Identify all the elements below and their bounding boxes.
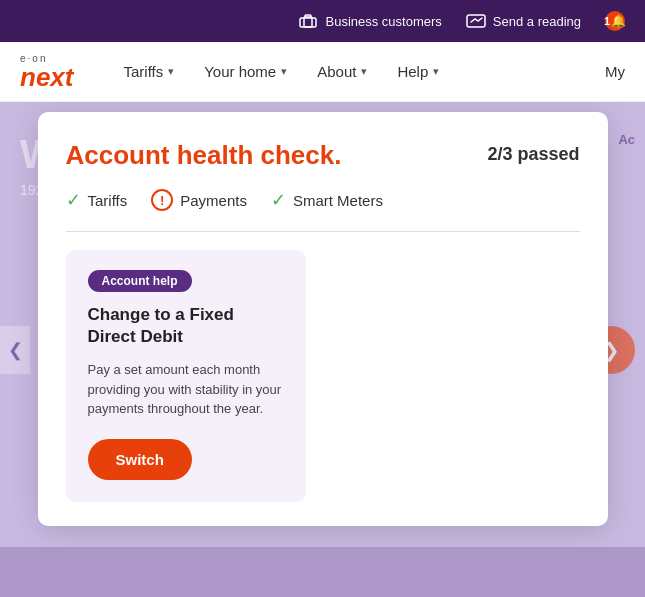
nav-my[interactable]: My <box>605 63 625 80</box>
nav-bar: e·on next Tariffs ▾ Your home ▾ About ▾ … <box>0 42 645 102</box>
send-reading-label: Send a reading <box>493 14 581 29</box>
modal-passed: 2/3 passed <box>487 144 579 165</box>
nav-tariffs[interactable]: Tariffs ▾ <box>123 63 174 80</box>
card-tag: Account help <box>88 270 192 292</box>
nav-your-home[interactable]: Your home ▾ <box>204 63 287 80</box>
modal-separator <box>66 231 580 232</box>
meter-icon <box>466 11 486 31</box>
modal-title: Account health check. <box>66 140 342 171</box>
top-bar: Business customers Send a reading 1 🔔 <box>0 0 645 42</box>
nav-your-home-label: Your home <box>204 63 276 80</box>
chevron-down-icon: ▾ <box>281 65 287 78</box>
check-payments: ! Payments <box>151 189 247 211</box>
logo[interactable]: e·on next <box>20 54 73 90</box>
business-customers-link[interactable]: Business customers <box>298 11 441 31</box>
nav-my-label: My <box>605 63 625 80</box>
svg-rect-1 <box>300 18 316 27</box>
chevron-down-icon: ▾ <box>433 65 439 78</box>
check-tariffs: ✓ Tariffs <box>66 189 128 211</box>
check-smart-meters: ✓ Smart Meters <box>271 189 383 211</box>
notification-badge: 1 🔔 <box>605 11 625 31</box>
check-pass-icon: ✓ <box>271 189 286 211</box>
card-title: Change to a Fixed Direct Debit <box>88 304 284 348</box>
account-help-card: Account help Change to a Fixed Direct De… <box>66 250 306 502</box>
background-content: We 192 G... Ac t paympaymement iss after… <box>0 102 645 597</box>
nav-about[interactable]: About ▾ <box>317 63 367 80</box>
nav-help-label: Help <box>397 63 428 80</box>
chevron-down-icon: ▾ <box>361 65 367 78</box>
send-reading-link[interactable]: Send a reading <box>466 11 581 31</box>
modal-checks: ✓ Tariffs ! Payments ✓ Smart Meters <box>66 189 580 211</box>
check-payments-label: Payments <box>180 192 247 209</box>
notifications-button[interactable]: 1 🔔 <box>605 11 625 31</box>
switch-button[interactable]: Switch <box>88 439 192 480</box>
check-warn-icon: ! <box>151 189 173 211</box>
check-smart-meters-label: Smart Meters <box>293 192 383 209</box>
check-pass-icon: ✓ <box>66 189 81 211</box>
logo-next: next <box>20 64 73 90</box>
card-description: Pay a set amount each month providing yo… <box>88 360 284 419</box>
check-tariffs-label: Tariffs <box>88 192 128 209</box>
svg-rect-2 <box>467 15 485 27</box>
briefcase-icon <box>298 11 318 31</box>
business-customers-label: Business customers <box>325 14 441 29</box>
chevron-down-icon: ▾ <box>168 65 174 78</box>
modal-overlay: Account health check. 2/3 passed ✓ Tarif… <box>0 102 645 597</box>
health-check-modal: Account health check. 2/3 passed ✓ Tarif… <box>38 112 608 526</box>
modal-header: Account health check. 2/3 passed <box>66 140 580 171</box>
nav-about-label: About <box>317 63 356 80</box>
nav-help[interactable]: Help ▾ <box>397 63 439 80</box>
nav-tariffs-label: Tariffs <box>123 63 163 80</box>
